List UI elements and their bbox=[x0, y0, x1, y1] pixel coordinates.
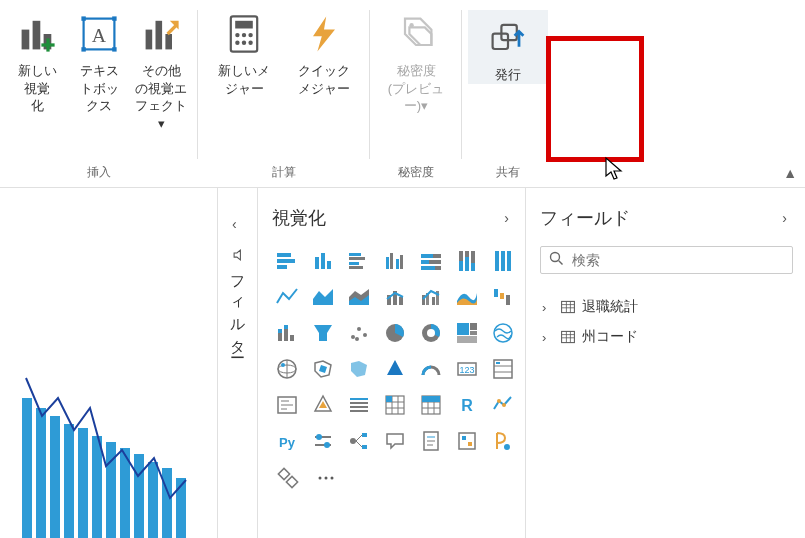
viz-shape-map[interactable] bbox=[308, 354, 338, 384]
svg-point-82 bbox=[351, 335, 355, 339]
svg-rect-50 bbox=[396, 259, 399, 269]
viz-get-more[interactable] bbox=[274, 464, 302, 492]
viz-matrix[interactable] bbox=[380, 390, 410, 420]
new-measure-button[interactable]: 新しいメジャー bbox=[204, 10, 284, 99]
more-visuals-icon bbox=[139, 12, 183, 56]
viz-area[interactable] bbox=[308, 282, 338, 312]
more-visuals-button[interactable]: その他の視覚エフェクト ▾ bbox=[130, 10, 192, 134]
viz-pane-collapse-button[interactable]: › bbox=[504, 210, 509, 226]
table-icon bbox=[560, 299, 576, 315]
svg-point-21 bbox=[242, 41, 246, 45]
svg-rect-35 bbox=[148, 462, 158, 538]
svg-rect-145 bbox=[278, 468, 289, 479]
viz-paginated[interactable] bbox=[416, 426, 446, 456]
fields-pane-collapse-button[interactable]: › bbox=[782, 210, 787, 226]
svg-rect-111 bbox=[350, 410, 368, 412]
viz-funnel[interactable] bbox=[308, 318, 338, 348]
new-visual-button[interactable]: 新しい視覚化 bbox=[6, 10, 68, 117]
viz-azure-map[interactable] bbox=[344, 354, 374, 384]
svg-rect-65 bbox=[501, 251, 505, 271]
svg-rect-44 bbox=[349, 253, 361, 256]
viz-slicer[interactable] bbox=[308, 390, 338, 420]
svg-point-18 bbox=[242, 33, 246, 37]
viz-table[interactable] bbox=[344, 390, 374, 420]
viz-scatter-chart[interactable] bbox=[344, 318, 374, 348]
svg-rect-108 bbox=[350, 398, 368, 400]
viz-r[interactable] bbox=[416, 390, 446, 420]
viz-power-automate[interactable] bbox=[452, 426, 482, 456]
ribbon-group-calc: 新しいメジャー クイックメジャー 計算 bbox=[198, 0, 370, 187]
svg-text:A: A bbox=[92, 24, 107, 46]
fields-search-input[interactable] bbox=[572, 252, 784, 268]
viz-card[interactable]: 123 bbox=[452, 354, 482, 384]
quick-measure-button[interactable]: クイックメジャー bbox=[284, 10, 364, 99]
filters-pane-label[interactable]: フィルター bbox=[228, 266, 247, 354]
svg-rect-40 bbox=[277, 265, 287, 269]
quick-measure-label: クイックメジャー bbox=[298, 62, 350, 97]
fields-search[interactable] bbox=[540, 246, 793, 274]
viz-waterfall[interactable] bbox=[488, 282, 518, 312]
viz-kpi[interactable] bbox=[272, 390, 302, 420]
viz-arcgis[interactable] bbox=[380, 354, 410, 384]
svg-rect-7 bbox=[112, 16, 116, 20]
lightning-icon bbox=[302, 12, 346, 56]
expand-filters-button[interactable]: ‹ bbox=[232, 216, 237, 232]
viz-treemap[interactable] bbox=[452, 318, 482, 348]
viz-ribbon[interactable] bbox=[452, 282, 482, 312]
viz-gallery: 123 R Py bbox=[272, 246, 515, 456]
chevron-right-icon: › bbox=[542, 330, 554, 345]
fields-title: フィールド bbox=[540, 206, 630, 230]
svg-text:Py: Py bbox=[279, 435, 296, 450]
svg-rect-43 bbox=[327, 261, 331, 269]
sensitivity-button[interactable]: 秘密度(プレビュー)▾ bbox=[376, 10, 456, 117]
viz-gauge[interactable] bbox=[416, 354, 446, 384]
viz-stacked-bar[interactable] bbox=[272, 246, 302, 276]
viz-more-options[interactable] bbox=[312, 464, 340, 492]
ribbon-group-share-label: 共有 bbox=[496, 160, 520, 187]
ribbon-group-insert: 新しい視覚化 A テキストボックス その他の視覚エフェクト ▾ 挿入 bbox=[0, 0, 198, 187]
viz-filled-map[interactable] bbox=[272, 354, 302, 384]
viz-clustered-column[interactable] bbox=[380, 246, 410, 276]
ribbon-group-sensitivity-label: 秘密度 bbox=[398, 160, 434, 187]
viz-decomposition[interactable] bbox=[344, 426, 374, 456]
viz-line-clustered-column[interactable] bbox=[416, 282, 446, 312]
viz-stacked-column[interactable] bbox=[308, 246, 338, 276]
svg-rect-63 bbox=[471, 263, 475, 271]
viz-multi-row-card[interactable] bbox=[488, 354, 518, 384]
svg-rect-30 bbox=[78, 428, 88, 538]
viz-100-stacked-bar[interactable] bbox=[416, 246, 446, 276]
text-box-button[interactable]: A テキストボックス bbox=[68, 10, 130, 117]
viz-key-influencers[interactable] bbox=[308, 426, 338, 456]
viz-donut[interactable] bbox=[416, 318, 446, 348]
viz-clustered-bar[interactable] bbox=[344, 246, 374, 276]
ribbon-group-sensitivity: 秘密度(プレビュー)▾ 秘密度 bbox=[370, 0, 462, 187]
svg-rect-9 bbox=[112, 47, 116, 51]
report-canvas[interactable] bbox=[0, 188, 218, 538]
viz-pie[interactable] bbox=[380, 318, 410, 348]
viz-smart-narrative[interactable] bbox=[488, 426, 518, 456]
sensitivity-label: 秘密度(プレビュー)▾ bbox=[378, 62, 454, 115]
viz-python[interactable]: Py bbox=[272, 426, 302, 456]
viz-r-script[interactable]: R bbox=[452, 390, 482, 420]
text-box-label: テキストボックス bbox=[80, 62, 119, 115]
viz-100-stacked-column[interactable] bbox=[452, 246, 482, 276]
svg-rect-48 bbox=[386, 257, 389, 269]
viz-line-stacked-column[interactable] bbox=[380, 282, 410, 312]
publish-button[interactable]: 発行 bbox=[468, 10, 548, 84]
viz-map[interactable] bbox=[488, 318, 518, 348]
viz-line[interactable] bbox=[272, 282, 302, 312]
svg-rect-28 bbox=[50, 416, 60, 538]
ribbon-collapse-button[interactable]: ▲ bbox=[783, 165, 797, 181]
viz-py-visual[interactable] bbox=[488, 390, 518, 420]
viz-hundred-bar[interactable] bbox=[488, 246, 518, 276]
field-table-0[interactable]: › 退職統計 bbox=[540, 292, 793, 322]
viz-qna[interactable] bbox=[380, 426, 410, 456]
svg-point-17 bbox=[235, 33, 239, 37]
svg-rect-57 bbox=[435, 266, 441, 270]
svg-point-132 bbox=[350, 438, 356, 444]
svg-point-126 bbox=[502, 403, 506, 407]
viz-stacked-area[interactable] bbox=[344, 282, 374, 312]
viz-scatter[interactable] bbox=[272, 318, 302, 348]
calculator-icon bbox=[222, 12, 266, 56]
field-table-1[interactable]: › 州コード bbox=[540, 322, 793, 352]
